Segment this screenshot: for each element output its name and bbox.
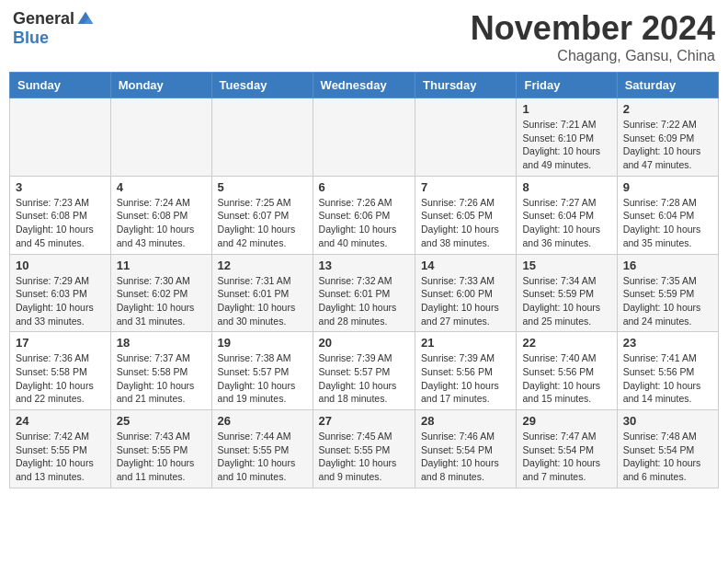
day-info: Sunrise: 7:27 AM Sunset: 6:04 PM Dayligh… — [522, 196, 610, 250]
day-info: Sunrise: 7:23 AM Sunset: 6:08 PM Dayligh… — [16, 196, 105, 250]
calendar-cell: 21Sunrise: 7:39 AM Sunset: 5:56 PM Dayli… — [415, 332, 517, 410]
weekday-header-row: SundayMondayTuesdayWednesdayThursdayFrid… — [10, 73, 719, 98]
day-info: Sunrise: 7:39 AM Sunset: 5:57 PM Dayligh… — [319, 351, 409, 406]
calendar-cell: 3Sunrise: 7:23 AM Sunset: 6:08 PM Daylig… — [10, 176, 111, 254]
day-number: 5 — [218, 180, 307, 194]
calendar-cell: 17Sunrise: 7:36 AM Sunset: 5:58 PM Dayli… — [10, 332, 111, 410]
day-info: Sunrise: 7:34 AM Sunset: 5:59 PM Dayligh… — [522, 274, 610, 328]
day-number: 25 — [117, 414, 206, 428]
day-info: Sunrise: 7:42 AM Sunset: 5:55 PM Dayligh… — [16, 430, 105, 484]
day-number: 16 — [623, 259, 712, 272]
calendar-cell: 20Sunrise: 7:39 AM Sunset: 5:57 PM Dayli… — [313, 332, 415, 410]
calendar-cell: 1Sunrise: 7:21 AM Sunset: 6:10 PM Daylig… — [517, 98, 617, 177]
day-number: 1 — [522, 102, 610, 116]
calendar-cell: 7Sunrise: 7:26 AM Sunset: 6:05 PM Daylig… — [415, 176, 517, 254]
day-number: 3 — [16, 180, 105, 194]
calendar-cell: 9Sunrise: 7:28 AM Sunset: 6:04 PM Daylig… — [617, 176, 718, 254]
logo: General Blue — [13, 9, 95, 48]
title-section: November 2024 Chagang, Gansu, China — [471, 9, 715, 64]
calendar-cell: 5Sunrise: 7:25 AM Sunset: 6:07 PM Daylig… — [211, 176, 313, 254]
calendar-cell — [10, 98, 111, 177]
day-info: Sunrise: 7:35 AM Sunset: 5:59 PM Dayligh… — [623, 274, 712, 328]
calendar-cell: 18Sunrise: 7:37 AM Sunset: 5:58 PM Dayli… — [110, 332, 211, 410]
day-number: 10 — [16, 259, 105, 272]
day-number: 14 — [421, 259, 510, 272]
calendar-cell: 14Sunrise: 7:33 AM Sunset: 6:00 PM Dayli… — [415, 254, 517, 332]
calendar-cell: 27Sunrise: 7:45 AM Sunset: 5:55 PM Dayli… — [313, 410, 415, 488]
day-number: 21 — [421, 336, 510, 350]
day-info: Sunrise: 7:33 AM Sunset: 6:00 PM Dayligh… — [421, 274, 510, 328]
calendar-week-2: 3Sunrise: 7:23 AM Sunset: 6:08 PM Daylig… — [10, 176, 719, 254]
calendar-week-4: 17Sunrise: 7:36 AM Sunset: 5:58 PM Dayli… — [10, 332, 719, 410]
weekday-header-tuesday: Tuesday — [211, 73, 313, 98]
day-number: 9 — [623, 180, 712, 194]
day-info: Sunrise: 7:30 AM Sunset: 6:02 PM Dayligh… — [117, 274, 206, 328]
day-number: 26 — [218, 414, 307, 428]
calendar-week-1: 1Sunrise: 7:21 AM Sunset: 6:10 PM Daylig… — [10, 98, 719, 177]
day-info: Sunrise: 7:40 AM Sunset: 5:56 PM Dayligh… — [522, 351, 610, 406]
day-number: 28 — [421, 414, 510, 428]
day-number: 15 — [522, 259, 610, 272]
weekday-header-sunday: Sunday — [10, 73, 111, 98]
day-info: Sunrise: 7:46 AM Sunset: 5:54 PM Dayligh… — [421, 430, 510, 484]
day-info: Sunrise: 7:43 AM Sunset: 5:55 PM Dayligh… — [117, 430, 206, 484]
day-info: Sunrise: 7:41 AM Sunset: 5:56 PM Dayligh… — [623, 351, 712, 406]
day-info: Sunrise: 7:31 AM Sunset: 6:01 PM Dayligh… — [218, 274, 307, 328]
weekday-header-monday: Monday — [110, 73, 211, 98]
calendar-cell — [110, 98, 211, 177]
calendar-week-5: 24Sunrise: 7:42 AM Sunset: 5:55 PM Dayli… — [10, 410, 719, 488]
calendar-cell: 16Sunrise: 7:35 AM Sunset: 5:59 PM Dayli… — [617, 254, 718, 332]
day-info: Sunrise: 7:48 AM Sunset: 5:54 PM Dayligh… — [623, 430, 712, 484]
location-text: Chagang, Gansu, China — [471, 48, 715, 64]
page-header: General Blue November 2024 Chagang, Gans… — [9, 9, 719, 64]
calendar-cell: 26Sunrise: 7:44 AM Sunset: 5:55 PM Dayli… — [211, 410, 313, 488]
calendar-cell: 24Sunrise: 7:42 AM Sunset: 5:55 PM Dayli… — [10, 410, 111, 488]
day-number: 6 — [319, 180, 409, 194]
day-info: Sunrise: 7:26 AM Sunset: 6:06 PM Dayligh… — [319, 196, 409, 250]
calendar-cell: 25Sunrise: 7:43 AM Sunset: 5:55 PM Dayli… — [110, 410, 211, 488]
day-number: 7 — [421, 180, 510, 194]
calendar-cell: 30Sunrise: 7:48 AM Sunset: 5:54 PM Dayli… — [617, 410, 718, 488]
day-number: 27 — [319, 414, 409, 428]
day-info: Sunrise: 7:39 AM Sunset: 5:56 PM Dayligh… — [421, 351, 510, 406]
day-info: Sunrise: 7:26 AM Sunset: 6:05 PM Dayligh… — [421, 196, 510, 250]
calendar-cell — [211, 98, 313, 177]
month-title: November 2024 — [471, 9, 715, 48]
day-number: 20 — [319, 336, 409, 350]
calendar-week-3: 10Sunrise: 7:29 AM Sunset: 6:03 PM Dayli… — [10, 254, 719, 332]
calendar-cell: 6Sunrise: 7:26 AM Sunset: 6:06 PM Daylig… — [313, 176, 415, 254]
calendar-cell: 13Sunrise: 7:32 AM Sunset: 6:01 PM Dayli… — [313, 254, 415, 332]
day-number: 2 — [623, 102, 712, 116]
day-info: Sunrise: 7:45 AM Sunset: 5:55 PM Dayligh… — [319, 430, 409, 484]
day-info: Sunrise: 7:21 AM Sunset: 6:10 PM Dayligh… — [522, 118, 610, 172]
weekday-header-friday: Friday — [517, 73, 617, 98]
calendar-cell: 22Sunrise: 7:40 AM Sunset: 5:56 PM Dayli… — [517, 332, 617, 410]
weekday-header-wednesday: Wednesday — [313, 73, 415, 98]
day-number: 13 — [319, 259, 409, 272]
day-info: Sunrise: 7:44 AM Sunset: 5:55 PM Dayligh… — [218, 430, 307, 484]
calendar-cell: 29Sunrise: 7:47 AM Sunset: 5:54 PM Dayli… — [517, 410, 617, 488]
day-number: 11 — [117, 259, 206, 272]
day-info: Sunrise: 7:28 AM Sunset: 6:04 PM Dayligh… — [623, 196, 712, 250]
calendar-cell: 19Sunrise: 7:38 AM Sunset: 5:57 PM Dayli… — [211, 332, 313, 410]
day-number: 17 — [16, 336, 105, 350]
day-info: Sunrise: 7:29 AM Sunset: 6:03 PM Dayligh… — [16, 274, 105, 328]
calendar-cell — [313, 98, 415, 177]
day-info: Sunrise: 7:47 AM Sunset: 5:54 PM Dayligh… — [522, 430, 610, 484]
day-info: Sunrise: 7:38 AM Sunset: 5:57 PM Dayligh… — [218, 351, 307, 406]
day-info: Sunrise: 7:32 AM Sunset: 6:01 PM Dayligh… — [319, 274, 409, 328]
calendar-cell: 11Sunrise: 7:30 AM Sunset: 6:02 PM Dayli… — [110, 254, 211, 332]
weekday-header-thursday: Thursday — [415, 73, 517, 98]
day-info: Sunrise: 7:36 AM Sunset: 5:58 PM Dayligh… — [16, 351, 105, 406]
day-number: 19 — [218, 336, 307, 350]
calendar-cell — [415, 98, 517, 177]
day-number: 12 — [218, 259, 307, 272]
day-number: 22 — [522, 336, 610, 350]
calendar-cell: 28Sunrise: 7:46 AM Sunset: 5:54 PM Dayli… — [415, 410, 517, 488]
day-number: 29 — [522, 414, 610, 428]
day-number: 18 — [117, 336, 206, 350]
day-number: 23 — [623, 336, 712, 350]
weekday-header-saturday: Saturday — [617, 73, 718, 98]
day-info: Sunrise: 7:24 AM Sunset: 6:08 PM Dayligh… — [117, 196, 206, 250]
logo-icon — [76, 10, 95, 29]
